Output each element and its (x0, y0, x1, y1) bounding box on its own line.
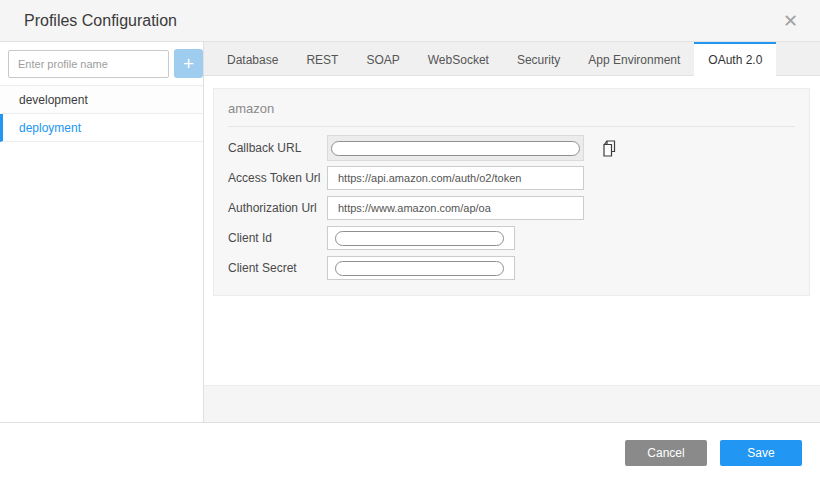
profiles-sidebar: + development deployment (0, 42, 204, 422)
access-token-url-label: Access Token Url (228, 171, 327, 185)
client-id-label: Client Id (228, 231, 327, 245)
tab-rest[interactable]: REST (292, 42, 352, 75)
oauth-tab-content: amazon Callback URL (204, 76, 820, 385)
tab-database[interactable]: Database (213, 42, 292, 75)
redacted-value (331, 141, 580, 156)
tab-oauth-2-0[interactable]: OAuth 2.0 (694, 42, 776, 76)
profile-create-row: + (0, 42, 203, 85)
callback-url-row: Callback URL (228, 133, 795, 163)
tab-soap[interactable]: SOAP (352, 42, 413, 75)
client-secret-field[interactable] (327, 256, 515, 280)
oauth-fields: Callback URL (228, 127, 795, 283)
authorization-url-label: Authorization Url (228, 201, 327, 215)
content-footer-strip (204, 385, 820, 422)
config-tabbar: Database REST SOAP WebSocket Security Ap… (204, 42, 820, 76)
add-profile-button[interactable]: + (174, 49, 203, 78)
callback-url-field (327, 135, 584, 161)
page-title: Profiles Configuration (24, 12, 177, 30)
tab-security[interactable]: Security (503, 42, 574, 75)
access-token-url-input[interactable] (327, 166, 584, 190)
client-secret-row: Client Secret (228, 253, 795, 283)
tab-websocket[interactable]: WebSocket (414, 42, 503, 75)
dialog-action-bar: Cancel Save (0, 423, 820, 483)
authorization-url-row: Authorization Url (228, 193, 795, 223)
client-id-row: Client Id (228, 223, 795, 253)
provider-name-label: amazon (228, 89, 795, 127)
dialog-header: Profiles Configuration ✕ (0, 0, 820, 42)
redacted-value (335, 261, 504, 276)
cancel-button[interactable]: Cancel (625, 440, 707, 466)
profile-item-deployment[interactable]: deployment (0, 114, 203, 142)
dialog-body: + development deployment Database REST S… (0, 42, 820, 423)
client-secret-label: Client Secret (228, 261, 327, 275)
redacted-value (335, 231, 504, 246)
copy-icon[interactable] (600, 139, 618, 158)
save-button[interactable]: Save (720, 440, 802, 466)
close-icon[interactable]: ✕ (779, 10, 802, 32)
profile-list: development deployment (0, 85, 203, 142)
tab-app-environment[interactable]: App Environment (574, 42, 694, 75)
content-area: Database REST SOAP WebSocket Security Ap… (204, 42, 820, 422)
profile-item-development[interactable]: development (0, 86, 203, 114)
oauth-provider-panel: amazon Callback URL (213, 88, 810, 296)
authorization-url-input[interactable] (327, 196, 584, 220)
profile-name-input[interactable] (8, 50, 169, 78)
client-id-field[interactable] (327, 226, 515, 250)
callback-url-label: Callback URL (228, 141, 327, 155)
access-token-url-row: Access Token Url (228, 163, 795, 193)
